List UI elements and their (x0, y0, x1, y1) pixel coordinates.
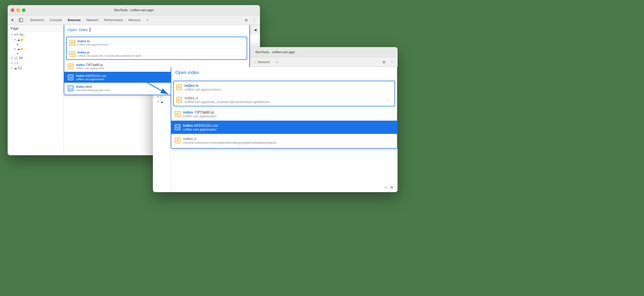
tree-arrow-2-6: ▼ (157, 101, 159, 103)
tree-label-6: De (19, 56, 23, 60)
tab-elements-1[interactable]: Elements (28, 17, 47, 23)
file-info-js-2: index.js coffee-cart.app/node_modules/@v… (185, 96, 270, 104)
tab-network-1[interactable]: Network (84, 17, 101, 23)
tree-item-8[interactable]: ▼ ☁ Co (8, 66, 63, 71)
titlebar-1: DevTools - coffee-cart.app/ (8, 5, 260, 15)
tree-arrow-5: ▶ (17, 52, 19, 55)
file-name-css-2: index-b859522e.css (183, 123, 218, 128)
file-path-css-2: coffee-cart.app/assets/ (183, 128, 218, 131)
open-file-input-2[interactable]: Open index (171, 67, 397, 79)
more-icon-2[interactable]: ⋮ (388, 59, 396, 66)
open-file-input-1[interactable]: Open index (64, 25, 249, 35)
cursor-bar-1 (90, 28, 90, 32)
file-info-js-1: index.js coffee-cart.app/node_modules/@v… (77, 50, 141, 57)
settings-icon-1[interactable]: ⚙ (243, 17, 250, 24)
file-name-73f-1: index-73f73a80.js (76, 63, 104, 67)
devtools-window-2: DevTools - coffee-cart.app/ Elements Sou… (153, 47, 398, 192)
window-title-1: DevTools - coffee-cart.app/ (114, 8, 153, 12)
tree-item-6[interactable]: ▼ ⬜ De (8, 55, 63, 61)
file-path-js-1: coffee-cart.app/node_modules/@vue/devtoo… (77, 54, 141, 57)
tree-item-2-6[interactable]: ▼ ☁ (153, 99, 170, 104)
highlight-box-2: index.ts coffee-cart.app/src/store/ (173, 81, 395, 106)
panel-toggle-icon[interactable] (17, 17, 24, 24)
minimize-button-1[interactable] (16, 8, 20, 12)
file-icon-js-ext-2 (175, 138, 180, 143)
file-info-73f-1: index-73f73a80.js coffee-cart.app/assets… (76, 63, 104, 70)
tree-cloud-icon-3: ☁ (14, 66, 17, 70)
tab-network-2[interactable]: ⚠ Network (251, 59, 272, 65)
file-name-73f-2: index-73f73a80.js (183, 110, 216, 114)
file-icon-73f-1 (68, 64, 73, 69)
file-path-73f-1: coffee-cart.app/assets/ (76, 67, 104, 70)
tree-label-7: t (17, 61, 18, 65)
more-icon-1[interactable]: ⋮ (251, 17, 258, 24)
tree-item-3[interactable]: ▶ (8, 42, 63, 46)
file-path-css-1: coffee-cart.app/assets/ (76, 78, 106, 81)
tree-code-icon: </> (14, 33, 18, 36)
file-name-html-1: index.html (76, 85, 110, 89)
tree-item-2[interactable]: ▼ ☁ ▮ (8, 37, 63, 42)
file-name-js-ext-2: index.js (183, 136, 277, 141)
tab-console-1[interactable]: Console (47, 17, 64, 23)
file-icon-ts-1 (69, 40, 75, 46)
file-name-css-1: index-b859522e.css (76, 74, 106, 78)
tree-arrow-4: ▼ (14, 48, 16, 50)
warning-icon: ⚠ (253, 60, 256, 64)
tree-arrow-7: ▼ (11, 62, 13, 64)
collapse-button-1[interactable]: ◀ (250, 25, 260, 35)
tree-box-2-2: □ (160, 95, 162, 98)
svg-rect-0 (19, 18, 23, 22)
file-path-js-2: coffee-cart.app/node_modules/@vue/devtoo… (185, 100, 270, 104)
tree-arrow-1: ▼ (11, 33, 13, 36)
tree-label-2: ▮ (21, 38, 23, 41)
open-file-dialog-2: Open index (171, 67, 398, 149)
tree-item-5[interactable]: ▶ (8, 51, 63, 55)
bottom-icon-box[interactable]: ⊡ (389, 185, 395, 190)
file-icon-ts-2 (176, 84, 182, 90)
file-icon-js-2 (176, 97, 182, 103)
file-item-index-73f-2[interactable]: index-73f73a80.js coffee-cart.app/assets… (171, 107, 397, 121)
tree-arrow-2: ▼ (14, 38, 16, 41)
tree-arrow-3: ▶ (17, 43, 19, 46)
file-icon-css-1 (68, 75, 73, 80)
tree-item-4[interactable]: ▼ ☁ ▮ (8, 46, 63, 51)
network-tab-label: Network (258, 60, 270, 64)
file-item-index-js-ext-2[interactable]: index.js chrome-extension://eimadpbcbfnm… (171, 134, 397, 147)
window-controls-1 (11, 8, 25, 12)
file-icon-js-1 (69, 51, 75, 57)
open-typed-2: index (188, 70, 199, 75)
settings-icon-2[interactable]: ⚙ (380, 59, 387, 66)
open-label-2: Open (175, 70, 187, 75)
tree-item-7[interactable]: ▼ □ t (8, 61, 63, 66)
tab-more-1[interactable]: » (144, 17, 151, 23)
file-info-ts-1: index.ts coffee-cart.app/src/store/ (77, 39, 108, 46)
file-item-index-ts-1[interactable]: index.ts coffee-cart.app/src/store/ (67, 37, 247, 48)
file-path-html-1: overrides/www.google.com/ (76, 89, 110, 92)
file-path-ts-1: coffee-cart.app/src/store/ (77, 43, 108, 46)
close-button-1[interactable] (11, 8, 14, 12)
tree-cloud-2-2: ☁ (160, 100, 163, 104)
maximize-button-1[interactable] (22, 8, 25, 12)
file-path-ts-2: coffee-cart.app/src/store/ (185, 88, 221, 91)
file-item-index-js-1[interactable]: index.js coffee-cart.app/node_modules/@v… (67, 48, 247, 59)
page-tab-1[interactable]: Page (8, 25, 63, 32)
tree-box-icon-2: □ (14, 61, 16, 65)
toolbar-1: Elements Console Sources Network Perform… (8, 15, 260, 25)
file-item-index-ts-2[interactable]: index.ts coffee-cart.app/src/store/ (174, 81, 395, 94)
file-item-index-js-2[interactable]: index.js coffee-cart.app/node_modules/@v… (174, 94, 395, 106)
main-area-2: Open index (171, 67, 398, 192)
tab-more-2[interactable]: » (273, 59, 280, 65)
tab-performance-1[interactable]: Performance (101, 17, 125, 23)
tree-item-1[interactable]: ▼ </> Au... (8, 32, 63, 37)
tree-arrow-6: ▼ (11, 57, 13, 59)
tree-box-icon: ⬜ (14, 56, 18, 60)
toolbar-right-2: ⚙ ⋮ (380, 59, 396, 66)
tab-sources-1[interactable]: Sources (65, 17, 83, 23)
file-path-js-ext-2: chrome-extension://eimadpbcbfnmbkopoojfe… (183, 141, 277, 145)
file-info-css-2: index-b859522e.css coffee-cart.app/asset… (183, 123, 218, 131)
file-icon-html-1 (68, 86, 73, 91)
file-item-index-css-2[interactable]: index-b859522e.css coffee-cart.app/asset… (171, 121, 397, 134)
tab-memory-1[interactable]: Memory (126, 17, 143, 23)
cursor-icon[interactable] (10, 17, 17, 24)
open-typed-1: index (79, 27, 88, 32)
